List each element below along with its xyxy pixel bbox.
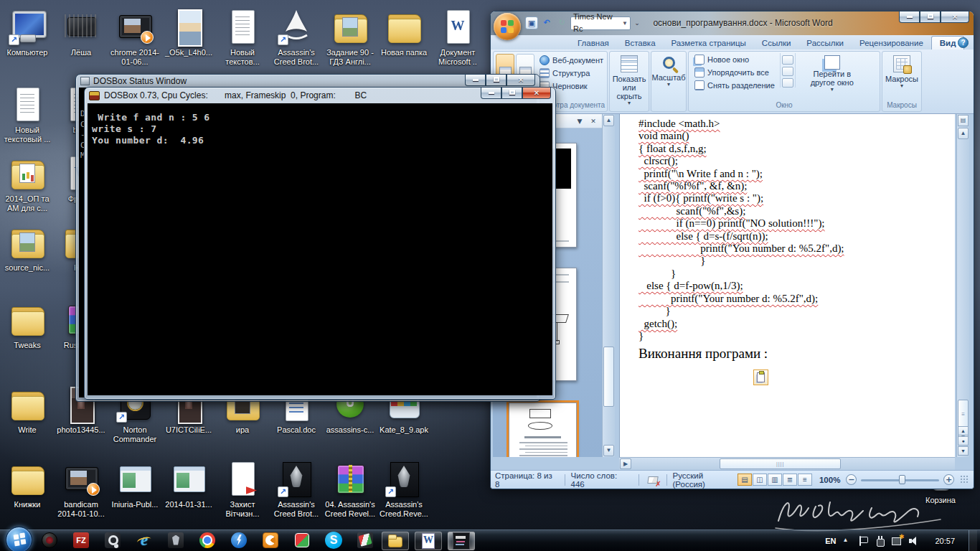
close-button[interactable]: ✕: [522, 88, 551, 99]
tab-Рецензирование[interactable]: Рецензирование: [852, 37, 931, 50]
resize-grip[interactable]: [960, 475, 969, 484]
zoom-slider-thumb[interactable]: [899, 475, 905, 484]
minimize-button[interactable]: [465, 75, 486, 86]
font-name-combobox[interactable]: Times New Rc▼: [570, 17, 631, 30]
taskbar-word-button[interactable]: [415, 532, 442, 550]
taskbar-imageapp-icon[interactable]: [356, 531, 376, 551]
document-page[interactable]: #include <math.h>void main(){ float d,s,…: [619, 114, 955, 457]
taskbar-mediaplayer-icon[interactable]: [261, 531, 281, 551]
taskbar-dosbox-button[interactable]: [448, 532, 475, 550]
tab-Вставка[interactable]: Вставка: [617, 37, 664, 50]
desktop-icon-source-nic[interactable]: source_nic...: [1, 222, 53, 273]
web-layout-button[interactable]: Веб-документ: [537, 55, 606, 66]
minimize-button[interactable]: [481, 88, 501, 99]
outline-view-button[interactable]: ≣: [783, 474, 797, 486]
word-count[interactable]: Число слов: 446: [571, 471, 633, 489]
print-layout-view-button[interactable]: ▤: [738, 474, 752, 486]
remove-split-button[interactable]: Снять разделение: [692, 80, 777, 91]
desktop-icon-computer[interactable]: Компьютер: [1, 7, 53, 57]
desktop-icon-tweaks[interactable]: Tweaks: [1, 300, 53, 350]
volume-icon[interactable]: [908, 536, 918, 546]
desktop-icon-word-document[interactable]: Документ Microsoft ..: [432, 7, 484, 67]
thumbnails-scrollbar[interactable]: ▲ ▼: [602, 114, 615, 457]
maximize-button[interactable]: [501, 88, 522, 99]
maximize-button[interactable]: [920, 11, 941, 23]
taskbar-aimp-icon[interactable]: [293, 531, 313, 551]
previous-page-button[interactable]: ▲: [958, 426, 969, 435]
show-desktop-button[interactable]: [969, 530, 977, 551]
scroll-down-icon[interactable]: ▼: [603, 445, 614, 456]
show-hide-button[interactable]: Показать или скрыть ▾: [611, 52, 648, 110]
chevron-down-icon[interactable]: ▼: [574, 116, 585, 126]
web-view-button[interactable]: ▥: [768, 474, 782, 486]
action-center-icon[interactable]: [859, 536, 869, 546]
desktop-icon-new-text-doc[interactable]: Новый текстов...: [217, 7, 268, 67]
scroll-right-icon[interactable]: ▶: [620, 458, 631, 469]
dosbox-console[interactable]: Write f and n : 5 6 write s : 7 You numb…: [88, 103, 552, 395]
taskbar-chrome-icon[interactable]: [198, 531, 218, 551]
desktop-icon-bandicam-recording[interactable]: bandicam 2014-01-10...: [55, 459, 107, 519]
zoom-out-button[interactable]: −: [846, 474, 857, 485]
tab-Рассылки[interactable]: Рассылки: [798, 37, 852, 50]
zoom-slider[interactable]: [861, 474, 939, 485]
taskbar-filezilla-icon[interactable]: [72, 531, 92, 551]
close-icon[interactable]: ✕: [588, 116, 599, 126]
synchronous-scrolling-button[interactable]: [782, 67, 793, 76]
desktop-icon-new-folder[interactable]: Новая папка: [378, 7, 430, 57]
split-handle[interactable]: ▤: [958, 115, 969, 126]
desktop-icon-ac-brotherhood-game[interactable]: Assassin's Creed Brot...: [270, 459, 322, 519]
taskbar-steam-icon[interactable]: [103, 531, 123, 551]
desktop-icon-2014-op-am[interactable]: 2014_ОП та АМ для с...: [1, 154, 53, 213]
scroll-up-icon[interactable]: ▲: [603, 115, 614, 126]
qat-customize-icon[interactable]: ⌄: [633, 19, 641, 27]
next-page-button[interactable]: ▼: [958, 446, 969, 456]
reset-window-position-button[interactable]: [782, 78, 793, 88]
document-horizontal-scrollbar[interactable]: ◀ ▶: [619, 457, 955, 470]
close-button[interactable]: ✕: [507, 75, 535, 86]
taskbar-explorer-button[interactable]: [382, 532, 409, 550]
taskbar-wot-icon[interactable]: [166, 531, 187, 551]
undo-icon[interactable]: ↶: [540, 17, 553, 29]
desktop-icon-2014-01-31[interactable]: 2014-01-31...: [163, 459, 215, 509]
page-thumbnail-current[interactable]: [509, 402, 577, 457]
language-indicator[interactable]: Русский (Россия): [673, 471, 738, 489]
outline-button[interactable]: Структура: [537, 67, 606, 79]
desktop-icon-zadanie-90[interactable]: Задание 90 - ГДЗ Англі...: [324, 7, 376, 67]
taskbar-skype-icon[interactable]: [324, 531, 344, 551]
desktop-icon-o5k-image[interactable]: _O5k_L4h0...: [163, 7, 215, 57]
scrollbar-thumb[interactable]: [720, 458, 840, 469]
minimize-button[interactable]: [899, 11, 920, 23]
desktop-icon-lesha[interactable]: Лёша: [55, 7, 107, 57]
zoom-button[interactable]: Масштаб ▾: [652, 52, 685, 110]
clock[interactable]: 20:57: [925, 537, 962, 545]
desktop-icon-ac-brotherhood-shortcut[interactable]: Assassin's Creed Brot...: [270, 7, 322, 67]
fullscreen-view-button[interactable]: ◫: [753, 474, 767, 486]
document-vertical-scrollbar[interactable]: ▤ ▲ ▼ ▲ ● ▼: [956, 114, 969, 457]
proofing-icon[interactable]: [646, 475, 659, 485]
taskbar-bandicam-icon[interactable]: [40, 531, 60, 551]
tab-Главная[interactable]: Главная: [570, 37, 617, 50]
help-icon[interactable]: [958, 37, 969, 48]
desktop-icon-ac-revelations[interactable]: Assassin's Creed.Reve...: [378, 459, 430, 519]
tab-Ссылки[interactable]: Ссылки: [754, 37, 799, 50]
zoom-level[interactable]: 100%: [819, 476, 840, 484]
zoom-in-button[interactable]: +: [943, 474, 954, 485]
hidden-icons-button[interactable]: [842, 536, 852, 546]
desktop-icon-chrome-recording[interactable]: chrome 2014-01-06...: [109, 7, 161, 67]
language-indicator[interactable]: EN: [825, 537, 836, 545]
redo-icon[interactable]: ↻: [555, 17, 568, 29]
maximize-button[interactable]: [486, 75, 507, 86]
paste-options-button[interactable]: [753, 369, 768, 385]
macros-button[interactable]: Макросы ▾: [883, 52, 920, 100]
desktop-icon-knizhki[interactable]: Книжки: [1, 459, 53, 509]
desktop-icon-new-text-doc-2[interactable]: Новый текстовый ...: [1, 85, 53, 144]
select-browse-object-button[interactable]: ●: [958, 436, 969, 446]
taskbar-lightning-icon[interactable]: [230, 531, 250, 551]
taskbar-iexplorer-icon[interactable]: [135, 531, 155, 551]
start-button[interactable]: [6, 527, 32, 551]
view-side-by-side-button[interactable]: [782, 55, 793, 65]
arrange-all-button[interactable]: Упорядочить все: [692, 67, 777, 78]
page-indicator[interactable]: Страница: 8 из 8: [495, 471, 559, 489]
switch-windows-button[interactable]: Перейти в другое окно ▾: [799, 54, 865, 94]
new-window-button[interactable]: Новое окно: [692, 54, 777, 65]
